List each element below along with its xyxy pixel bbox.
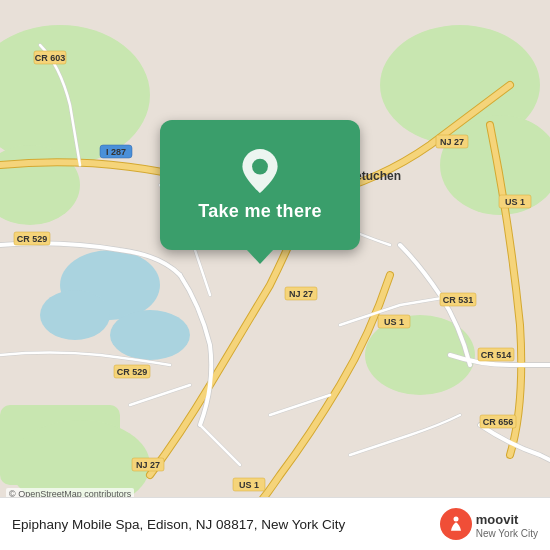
- us1-bot-label: US 1: [239, 480, 259, 490]
- us1-mid-label: US 1: [384, 317, 404, 327]
- moovit-text-block: moovit New York City: [476, 510, 538, 539]
- svg-point-24: [252, 158, 268, 174]
- cr603-label: CR 603: [35, 53, 66, 63]
- cr514-label: CR 514: [481, 350, 512, 360]
- svg-point-25: [453, 517, 458, 522]
- moovit-icon: [440, 508, 472, 540]
- us1-right-label: US 1: [505, 197, 525, 207]
- button-label: Take me there: [198, 201, 322, 222]
- svg-point-10: [110, 310, 190, 360]
- cr531-label: CR 531: [443, 295, 474, 305]
- cr529-mid-label: CR 529: [117, 367, 148, 377]
- nj27-top-label: NJ 27: [440, 137, 464, 147]
- map-container: CR 603 I 287 NJ 27 NJ 27 NJ 27 US 1 US 1…: [0, 0, 550, 550]
- moovit-app-name: moovit: [476, 512, 519, 527]
- cr656-label: CR 656: [483, 417, 514, 427]
- location-text: Epiphany Mobile Spa, Edison, NJ 08817, N…: [12, 517, 440, 532]
- map-background: CR 603 I 287 NJ 27 NJ 27 NJ 27 US 1 US 1…: [0, 0, 550, 550]
- moovit-city: New York City: [476, 528, 538, 539]
- location-pin-icon: [242, 149, 278, 193]
- take-me-there-button[interactable]: Take me there: [160, 120, 360, 250]
- i287-label: I 287: [106, 147, 126, 157]
- town-label: etuchen: [355, 169, 401, 183]
- svg-point-9: [40, 290, 110, 340]
- nj27-mid-label: NJ 27: [289, 289, 313, 299]
- cr529-left-label: CR 529: [17, 234, 48, 244]
- moovit-logo[interactable]: moovit New York City: [440, 508, 538, 540]
- nj27-bot-label: NJ 27: [136, 460, 160, 470]
- bottom-bar: Epiphany Mobile Spa, Edison, NJ 08817, N…: [0, 497, 550, 550]
